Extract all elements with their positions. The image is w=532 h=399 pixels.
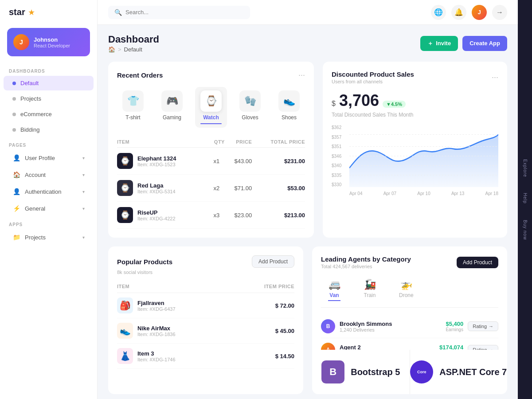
asp-core-icon: Core (417, 370, 426, 374)
avatar: J (13, 34, 29, 50)
arrow-icon[interactable]: → (492, 5, 507, 20)
dashboards-section-label: DASHBOARDS (0, 63, 97, 75)
create-app-button[interactable]: Create App (462, 36, 507, 51)
table-row: ⌚ Elephant 1324Item: #XDG-1523 x1 $43.00… (117, 148, 305, 175)
qty-1: x2 (208, 175, 225, 202)
product-id-2: Item: #XDG-1746 (137, 357, 176, 362)
sidebar-item-bidding[interactable]: Bidding (4, 122, 94, 137)
search-box[interactable]: 🔍 (108, 6, 250, 19)
chart-label-3: $346 (332, 154, 341, 159)
user-card[interactable]: J Johnson React Developer (7, 28, 90, 56)
sales-badge: ▼4.5% (383, 101, 406, 108)
tab-underline-4 (278, 123, 300, 124)
globe-icon[interactable]: 🌐 (431, 5, 446, 20)
tab-shoes[interactable]: 👟 Shoes (273, 87, 305, 128)
help-text[interactable]: Help (521, 189, 529, 207)
sales-value: 3,706 (339, 91, 379, 110)
overlay-banner: B Bootstrap 5 Core ASP.NET Core 7 (312, 350, 507, 394)
table-row: ⌚ RiseUPItem: #XDG-4222 x3 $23.00 $213.0… (117, 202, 305, 229)
item-icon-1: ⌚ (117, 180, 133, 196)
gloves-icon: 🧤 (239, 90, 261, 112)
sidebar-item-projects[interactable]: Projects (4, 91, 94, 106)
asp-label: ASP.NET Core 7 (439, 367, 507, 377)
notification-icon[interactable]: 🔔 (451, 5, 466, 20)
product-price-2: $ 14.50 (234, 344, 294, 369)
col-price: PRICE (225, 137, 252, 148)
user-avatar-topbar[interactable]: J (472, 5, 487, 20)
agent-tab-train[interactable]: 🚂 Train (356, 276, 383, 304)
home-icon: 🏠 (108, 46, 115, 53)
product-icon-1: 👟 (117, 323, 133, 339)
leading-agents-add-button[interactable]: Add Product (457, 257, 498, 268)
product-name-0: Fjallraven (137, 300, 176, 306)
tab-tshirt[interactable]: 👕 T-shirt (117, 87, 149, 128)
sidebar-item-bidding-label: Bidding (20, 126, 39, 133)
leading-agents-header: Leading Agents by Category Total 424,567… (321, 255, 498, 269)
sidebar-item-ecommerce[interactable]: eCommerce (4, 107, 94, 121)
shoes-icon: 👟 (278, 90, 300, 112)
earnings-label-0: Earnings (446, 327, 463, 332)
more-menu-icon[interactable]: ··· (298, 70, 305, 80)
tab-gloves-label: Gloves (242, 114, 258, 121)
tab-watch[interactable]: ⌚ Watch (195, 87, 227, 128)
agent-tab-bar-3 (399, 300, 414, 301)
qty-0: x1 (208, 148, 225, 175)
buy-now-text[interactable]: Buy now (521, 216, 529, 243)
col-total-price: TOTAL PRICE (252, 137, 305, 148)
product-icon-2: 👗 (117, 348, 133, 364)
agent-earnings-0: $5,400 (446, 321, 463, 327)
agent-tab-van[interactable]: 🚐 Van (321, 276, 348, 304)
bootstrap-label: Bootstrap 5 (351, 367, 400, 377)
apps-section-label: APPS (0, 217, 97, 229)
general-icon: ⚡ (12, 204, 20, 212)
list-item: 👗 Item 3Item: #XDG-1746 $ 14.50 (117, 344, 294, 369)
sidebar-item-general[interactable]: ⚡ General ▾ (4, 200, 94, 216)
popular-products-header: Popular Products Add Product (117, 255, 294, 268)
drone-icon: 🚁 (400, 279, 412, 290)
tab-tshirt-label: T-shirt (125, 114, 140, 121)
sidebar-item-general-label: General (25, 205, 45, 212)
x-label-4: Apr 18 (485, 191, 498, 196)
chart-x-labels: Apr 04 Apr 07 Apr 10 Apr 13 Apr 18 (349, 191, 498, 196)
sidebar-item-projects-label: Projects (20, 95, 41, 102)
product-cell-1: 👟 Nike AirMaxItem: #XDG-1836 (117, 323, 234, 339)
bootstrap-b-icon: B (329, 366, 336, 378)
sidebar-item-default[interactable]: Default (4, 76, 94, 90)
chart-label-6: $330 (332, 182, 341, 187)
chart-area (349, 125, 498, 187)
invite-button[interactable]: ＋ Invite (420, 36, 458, 51)
agent-row-0: B Brooklyn Simmons 1,240 Deliveries $5,4… (321, 315, 498, 338)
sidebar-item-app-projects[interactable]: 📁 Projects ▾ (4, 229, 94, 245)
sidebar-item-account[interactable]: 🏠 Account ▾ (4, 167, 94, 183)
product-price-1: $ 45.00 (234, 318, 294, 344)
sidebar-item-account-label: Account (25, 172, 46, 178)
active-dot-icon (12, 82, 16, 85)
search-input[interactable] (125, 9, 244, 16)
product-id-1: Item: #XDG-1836 (137, 332, 176, 337)
total-0: $231.00 (252, 148, 305, 175)
tab-shoes-label: Shoes (282, 114, 297, 121)
product-col-item: ITEM (117, 282, 234, 293)
invite-label: Invite (436, 40, 451, 47)
tab-gloves[interactable]: 🧤 Gloves (234, 87, 266, 128)
x-label-0: Apr 04 (349, 191, 362, 196)
rating-button-0[interactable]: Rating → (468, 321, 498, 331)
chevron-down-icon: ▾ (82, 156, 85, 160)
price-1: $71.00 (225, 175, 252, 202)
sidebar-item-authentication[interactable]: 👤 Authentication ▾ (4, 184, 94, 200)
tab-underline-3 (239, 123, 261, 124)
sidebar-item-default-label: Default (20, 80, 39, 86)
chart-label-0: $362 (332, 125, 341, 130)
explore-text[interactable]: Explore (521, 156, 529, 181)
tab-gaming[interactable]: 🎮 Gaming (156, 87, 188, 128)
order-tabs: 👕 T-shirt 🎮 Gaming ⌚ Watch (117, 87, 305, 128)
products-table: ITEM ITEM PRICE 🎒 FjallravenItem: #XDG-6… (117, 282, 294, 369)
sidebar-item-user-profile[interactable]: 👤 User Profile ▾ (4, 150, 94, 166)
sales-menu-icon[interactable]: ··· (492, 73, 498, 82)
x-label-2: Apr 10 (417, 191, 430, 196)
product-id-0: Item: #XDG-6437 (137, 306, 176, 312)
agent-tab-drone[interactable]: 🚁 Drone (392, 276, 421, 304)
item-cell-2: ⌚ RiseUPItem: #XDG-4222 (117, 207, 208, 223)
bootstrap-icon: B (321, 360, 344, 383)
add-product-button[interactable]: Add Product (252, 255, 294, 268)
